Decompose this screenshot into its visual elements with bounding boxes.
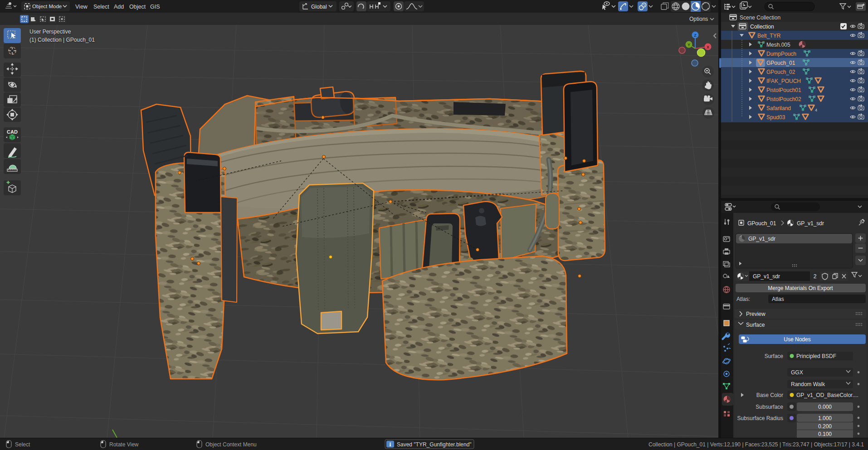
svg-text:GP_v1_sdr: GP_v1_sdr	[797, 220, 824, 227]
svg-text:Random Walk: Random Walk	[791, 381, 825, 387]
svg-text:0.100: 0.100	[818, 431, 832, 437]
svg-text:Surface: Surface	[765, 353, 784, 359]
svg-text:4: 4	[815, 108, 817, 112]
svg-text:0.000: 0.000	[818, 404, 832, 410]
svg-text:GP_v1_sdr: GP_v1_sdr	[748, 236, 775, 242]
svg-text:X: X	[707, 45, 709, 49]
svg-text:Z: Z	[694, 33, 697, 38]
svg-text:Rotate View: Rotate View	[109, 441, 139, 448]
svg-text:Safariland: Safariland	[766, 105, 791, 111]
svg-text:GPouch_01: GPouch_01	[747, 220, 776, 227]
svg-text:Mesh.005: Mesh.005	[766, 42, 790, 48]
svg-text:Global: Global	[311, 4, 327, 10]
svg-text:Scene Collection: Scene Collection	[740, 15, 780, 21]
svg-text:Object Mode: Object Mode	[32, 4, 62, 9]
svg-text:1.000: 1.000	[818, 415, 832, 421]
svg-text:2: 2	[814, 273, 817, 280]
svg-text:Object: Object	[129, 4, 146, 10]
svg-text:DumpPouch: DumpPouch	[766, 51, 796, 57]
svg-text:GP_v1_sdr: GP_v1_sdr	[753, 273, 780, 280]
svg-text:View: View	[75, 4, 88, 10]
svg-text:CAD: CAD	[7, 129, 18, 135]
svg-text:Preview: Preview	[746, 311, 766, 317]
svg-text:Select: Select	[93, 4, 109, 10]
svg-text:Merge Materials On Export: Merge Materials On Export	[768, 285, 833, 291]
svg-text:Options: Options	[689, 16, 708, 22]
svg-text:GP_v1_OD_BaseColor....: GP_v1_OD_BaseColor....	[796, 392, 858, 398]
svg-text:Collection: Collection	[750, 24, 774, 30]
svg-text:GGX: GGX	[791, 369, 803, 376]
svg-text:Y: Y	[688, 43, 690, 47]
svg-text:Atlas: Atlas	[772, 296, 784, 302]
svg-text:Subsurface Radius: Subsurface Radius	[737, 415, 783, 421]
svg-text:GIS: GIS	[150, 4, 160, 10]
svg-text:0.200: 0.200	[818, 423, 832, 430]
svg-text:Select: Select	[15, 441, 30, 448]
svg-text:Use Nodes: Use Nodes	[784, 336, 810, 343]
svg-text:Saved "TYR_Gunfighter.blend": Saved "TYR_Gunfighter.blend"	[397, 441, 472, 448]
svg-text:PistolPouch02: PistolPouch02	[766, 96, 801, 102]
svg-text:Principled BSDF: Principled BSDF	[796, 353, 836, 359]
svg-text:GPouch_02: GPouch_02	[766, 69, 795, 75]
svg-text:Collection | GPouch_01 | Verts: Collection | GPouch_01 | Verts:12,190 | …	[649, 441, 864, 448]
svg-text:Object Context Menu: Object Context Menu	[205, 441, 257, 448]
svg-text:Base Color: Base Color	[756, 392, 783, 398]
svg-text:Subsurface: Subsurface	[756, 404, 783, 410]
svg-text:GPouch_01: GPouch_01	[766, 60, 795, 66]
svg-text:Surface: Surface	[746, 322, 765, 328]
svg-text:Add: Add	[114, 4, 124, 10]
svg-text:Atlas:: Atlas:	[736, 296, 750, 302]
svg-text:PistolPouch01: PistolPouch01	[766, 87, 801, 93]
svg-text:IFAK_POUCH: IFAK_POUCH	[766, 78, 801, 84]
svg-text:Belt_TYR: Belt_TYR	[757, 33, 781, 39]
svg-text:Spud03: Spud03	[766, 114, 785, 121]
